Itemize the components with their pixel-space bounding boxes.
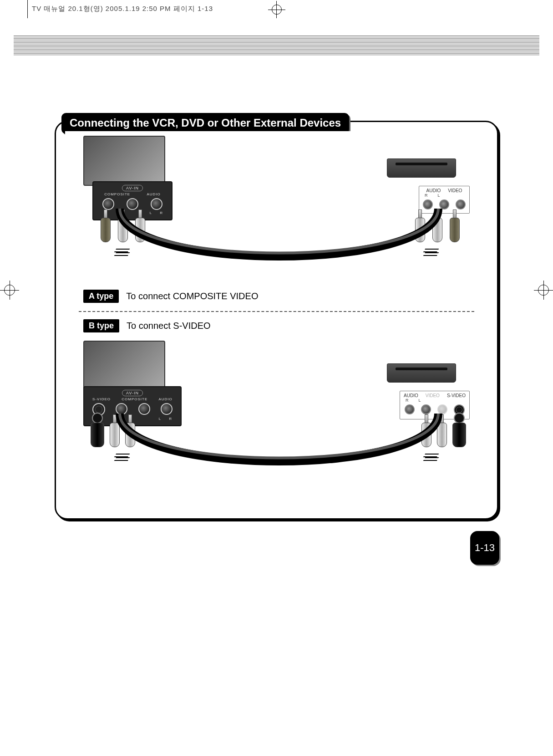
av-label-audio: AUDIO	[159, 397, 172, 401]
page: TV 매뉴얼 20.1형(영) 2005.1.19 2:50 PM 페이지 1-…	[0, 0, 553, 756]
type-a-desc: To connect COMPOSITE VIDEO	[126, 291, 258, 301]
vcr-col-audio: AUDIO	[426, 188, 441, 193]
crop-rule-left	[27, 0, 28, 18]
cable-break-mark	[115, 454, 129, 460]
cable-break-mark	[424, 454, 438, 460]
av-label-composite: COMPOSITE	[122, 397, 147, 401]
diagram-composite: AV-IN COMPOSITE AUDIO L R	[65, 131, 488, 286]
type-a-row: A type To connect COMPOSITE VIDEO	[83, 290, 488, 303]
registration-mark-right	[536, 282, 551, 298]
cable-bundle	[92, 414, 466, 486]
cable-bundle	[92, 209, 466, 281]
diagram-svideo: AV-IN S-VIDEO COMPOSITE AUDIO L R	[65, 336, 488, 491]
page-number-tab: 1-13	[470, 531, 499, 565]
av-in-label: AV-IN	[122, 390, 143, 396]
vcr-jack-audio-l	[421, 404, 431, 414]
av-label-composite: COMPOSITE	[104, 192, 130, 196]
vcr-icon	[387, 363, 456, 383]
type-a-badge: A type	[83, 290, 119, 303]
content-frame: Connecting the VCR, DVD or Other Externa…	[55, 121, 498, 520]
av-label-svideo: S-VIDEO	[92, 397, 111, 401]
registration-mark-left	[2, 282, 17, 298]
vcr-jack-video-unused	[437, 404, 447, 414]
type-b-badge: B type	[83, 319, 119, 332]
vcr-audio-l: L	[419, 398, 421, 403]
vcr-jack-audio-r	[405, 404, 415, 414]
vcr-audio-r: R	[406, 398, 409, 403]
document-info: TV 매뉴얼 20.1형(영) 2005.1.19 2:50 PM 페이지 1-…	[32, 5, 213, 13]
cable-break-mark	[424, 249, 438, 255]
vcr-col-audio: AUDIO	[404, 393, 418, 398]
dashed-separator	[79, 311, 474, 312]
decor-lines-band	[14, 36, 539, 56]
registration-circle	[272, 5, 282, 15]
vcr-col-svideo: S-VIDEO	[447, 393, 466, 398]
vcr-col-video: VIDEO	[448, 188, 462, 193]
vcr-col-video: VIDEO	[426, 393, 440, 398]
vcr-icon	[387, 158, 456, 178]
vcr-audio-l: L	[438, 193, 440, 198]
av-label-audio: AUDIO	[147, 192, 160, 196]
av-in-label: AV-IN	[122, 185, 143, 191]
print-header: TV 매뉴얼 20.1형(영) 2005.1.19 2:50 PM 페이지 1-…	[0, 0, 553, 18]
cable-break-mark	[115, 249, 129, 255]
frame-inner: AV-IN COMPOSITE AUDIO L R	[65, 131, 488, 509]
page-number: 1-13	[475, 542, 495, 554]
type-b-desc: To connect S-VIDEO	[127, 321, 211, 331]
type-b-row: B type To connect S-VIDEO	[83, 319, 488, 332]
registration-mark-top	[270, 3, 284, 16]
vcr-audio-r: R	[425, 193, 428, 198]
vcr-jack-audio-l	[439, 199, 449, 209]
vcr-jack-audio-r	[423, 199, 433, 209]
vcr-jack-video	[456, 199, 466, 209]
